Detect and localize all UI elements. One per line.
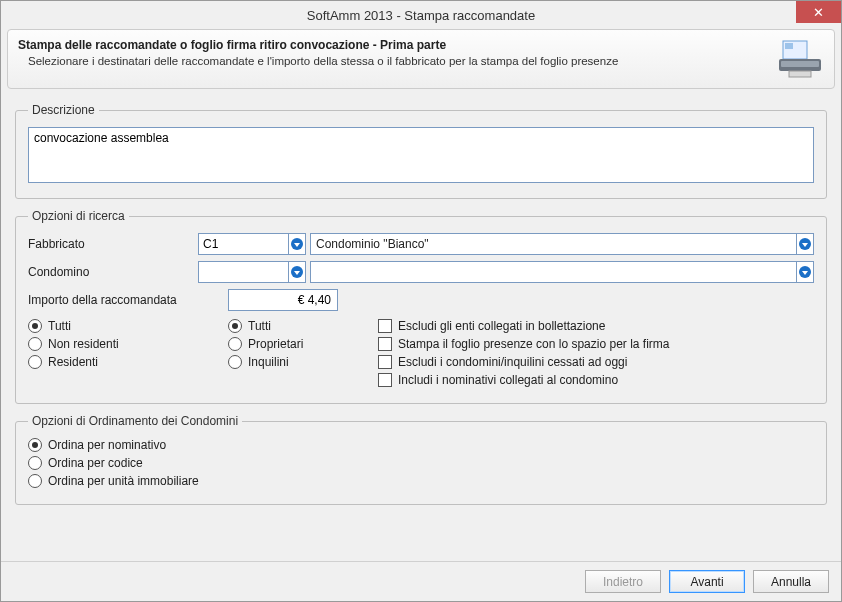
check-label: Stampa il foglio presenze con lo spazio … — [398, 337, 669, 351]
row-importo: Importo della raccomandata — [28, 289, 814, 311]
radio-label: Ordina per unità immobiliare — [48, 474, 199, 488]
checkbox-icon — [378, 373, 392, 387]
next-button[interactable]: Avanti — [669, 570, 745, 593]
header-subtitle: Selezionare i destinatari delle raccoman… — [18, 55, 766, 67]
radio-icon — [28, 355, 42, 369]
check-label: Includi i nominativi collegati al condom… — [398, 373, 618, 387]
radio-label: Residenti — [48, 355, 98, 369]
radio-icon — [228, 319, 242, 333]
fieldset-ordinamento: Opzioni di Ordinamento dei Condomini Ord… — [15, 414, 827, 505]
label-condomino: Condomino — [28, 265, 198, 279]
radio-tutti-1[interactable]: Tutti — [28, 319, 228, 333]
importo-input[interactable] — [228, 289, 338, 311]
radio-label: Ordina per codice — [48, 456, 143, 470]
radio-icon — [228, 355, 242, 369]
fieldset-descrizione: Descrizione — [15, 103, 827, 199]
chevron-down-icon[interactable] — [288, 233, 306, 255]
label-importo: Importo della raccomandata — [28, 293, 228, 307]
back-button: Indietro — [585, 570, 661, 593]
chevron-down-icon[interactable] — [288, 261, 306, 283]
radio-icon — [28, 456, 42, 470]
check-label: Escludi gli enti collegati in bollettazi… — [398, 319, 605, 333]
fieldset-ricerca: Opzioni di ricerca Fabbricato Condominio… — [15, 209, 827, 404]
check-includi-nominativi[interactable]: Includi i nominativi collegati al condom… — [378, 373, 814, 387]
radio-group-tipo: Tutti Proprietari Inquilini — [228, 319, 378, 391]
row-fabbricato: Fabbricato Condominio "Bianco" — [28, 233, 814, 255]
chevron-down-icon[interactable] — [796, 233, 814, 255]
close-button[interactable]: ✕ — [796, 1, 841, 23]
header-title: Stampa delle raccomandate o foglio firma… — [18, 38, 766, 52]
radio-ordina-unita[interactable]: Ordina per unità immobiliare — [28, 474, 814, 488]
radio-proprietari[interactable]: Proprietari — [228, 337, 378, 351]
checkbox-group: Escludi gli enti collegati in bollettazi… — [378, 319, 814, 391]
radio-icon — [28, 438, 42, 452]
chevron-down-icon[interactable] — [796, 261, 814, 283]
radio-non-residenti[interactable]: Non residenti — [28, 337, 228, 351]
svg-rect-1 — [785, 43, 793, 49]
window-title: SoftAmm 2013 - Stampa raccomandate — [307, 8, 535, 23]
check-stampa-foglio[interactable]: Stampa il foglio presenze con lo spazio … — [378, 337, 814, 351]
check-escludi-enti[interactable]: Escludi gli enti collegati in bollettazi… — [378, 319, 814, 333]
row-condomino: Condomino — [28, 261, 814, 283]
radio-icon — [228, 337, 242, 351]
header-panel: Stampa delle raccomandate o foglio firma… — [7, 29, 835, 89]
window: SoftAmm 2013 - Stampa raccomandate ✕ Sta… — [0, 0, 842, 602]
radio-label: Non residenti — [48, 337, 119, 351]
radio-residenti[interactable]: Residenti — [28, 355, 228, 369]
radio-label: Tutti — [248, 319, 271, 333]
radio-inquilini[interactable]: Inquilini — [228, 355, 378, 369]
label-fabbricato: Fabbricato — [28, 237, 198, 251]
footer-bar: Indietro Avanti Annulla — [1, 561, 841, 601]
legend-ordinamento: Opzioni di Ordinamento dei Condomini — [28, 414, 242, 428]
radio-label: Inquilini — [248, 355, 289, 369]
radio-label: Ordina per nominativo — [48, 438, 166, 452]
check-label: Escludi i condomini/inquilini cessati ad… — [398, 355, 627, 369]
checkbox-icon — [378, 355, 392, 369]
checkbox-icon — [378, 319, 392, 333]
radio-label: Tutti — [48, 319, 71, 333]
radio-ordina-nominativo[interactable]: Ordina per nominativo — [28, 438, 814, 452]
printer-icon — [776, 38, 824, 80]
radio-tutti-2[interactable]: Tutti — [228, 319, 378, 333]
radio-icon — [28, 337, 42, 351]
check-escludi-cessati[interactable]: Escludi i condomini/inquilini cessati ad… — [378, 355, 814, 369]
titlebar: SoftAmm 2013 - Stampa raccomandate ✕ — [1, 1, 841, 29]
svg-rect-3 — [781, 61, 819, 67]
header-texts: Stampa delle raccomandate o foglio firma… — [18, 38, 766, 67]
legend-descrizione: Descrizione — [28, 103, 99, 117]
options-grid: Tutti Non residenti Residenti Tutti Prop… — [28, 319, 814, 391]
fabbricato-code-input[interactable] — [198, 233, 288, 255]
radio-icon — [28, 474, 42, 488]
combo-fabbricato-code[interactable] — [198, 233, 306, 255]
close-icon: ✕ — [813, 5, 824, 20]
svg-rect-4 — [789, 71, 811, 77]
fabbricato-name: Condominio "Bianco" — [316, 237, 429, 251]
legend-ricerca: Opzioni di ricerca — [28, 209, 129, 223]
checkbox-icon — [378, 337, 392, 351]
descrizione-input[interactable] — [28, 127, 814, 183]
condomino-code-input[interactable] — [198, 261, 288, 283]
radio-icon — [28, 319, 42, 333]
condomino-name-box[interactable] — [310, 261, 797, 283]
combo-condomino-code[interactable] — [198, 261, 306, 283]
cancel-button[interactable]: Annulla — [753, 570, 829, 593]
radio-ordina-codice[interactable]: Ordina per codice — [28, 456, 814, 470]
fabbricato-name-box[interactable]: Condominio "Bianco" — [310, 233, 797, 255]
radio-label: Proprietari — [248, 337, 303, 351]
radio-group-residenza: Tutti Non residenti Residenti — [28, 319, 228, 391]
